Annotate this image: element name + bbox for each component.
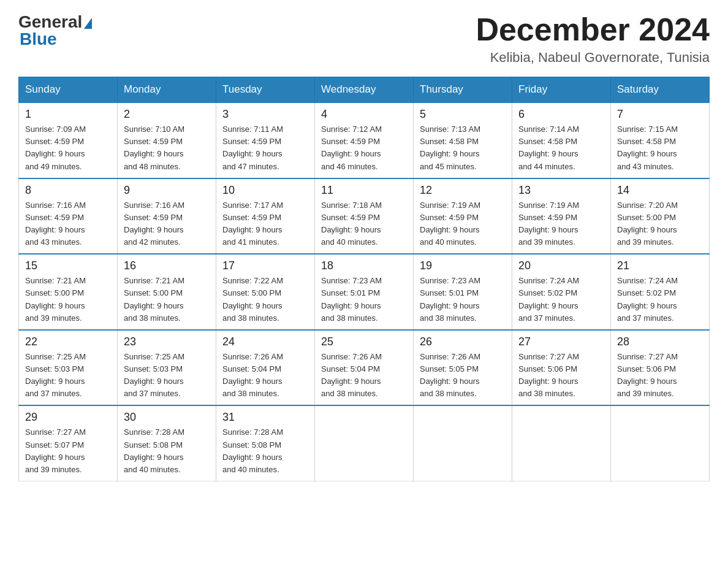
day-number: 9 xyxy=(124,184,210,197)
calendar-day-cell: 21 Sunrise: 7:24 AM Sunset: 5:02 PM Dayl… xyxy=(611,254,710,330)
calendar-header-row: SundayMondayTuesdayWednesdayThursdayFrid… xyxy=(19,77,710,103)
calendar-day-cell: 23 Sunrise: 7:25 AM Sunset: 5:03 PM Dayl… xyxy=(118,330,216,406)
day-number: 21 xyxy=(617,259,703,272)
calendar-day-cell: 31 Sunrise: 7:28 AM Sunset: 5:08 PM Dayl… xyxy=(216,405,315,481)
day-number: 13 xyxy=(518,184,604,197)
day-of-week-header: Saturday xyxy=(611,77,710,103)
day-number: 26 xyxy=(420,335,506,348)
day-number: 22 xyxy=(25,335,111,348)
title-section: December 2024 Kelibia, Nabeul Governorat… xyxy=(476,12,710,66)
day-info: Sunrise: 7:26 AM Sunset: 5:04 PM Dayligh… xyxy=(321,351,407,400)
day-info: Sunrise: 7:27 AM Sunset: 5:06 PM Dayligh… xyxy=(518,351,604,400)
day-number: 15 xyxy=(25,259,111,272)
calendar-day-cell: 15 Sunrise: 7:21 AM Sunset: 5:00 PM Dayl… xyxy=(19,254,118,330)
day-number: 17 xyxy=(222,259,308,272)
day-info: Sunrise: 7:21 AM Sunset: 5:00 PM Dayligh… xyxy=(124,275,210,324)
calendar-day-cell: 9 Sunrise: 7:16 AM Sunset: 4:59 PM Dayli… xyxy=(118,178,216,255)
day-info: Sunrise: 7:09 AM Sunset: 4:59 PM Dayligh… xyxy=(25,123,111,173)
logo-blue-text: Blue xyxy=(20,29,57,49)
calendar-day-cell: 24 Sunrise: 7:26 AM Sunset: 5:04 PM Dayl… xyxy=(216,330,315,406)
day-info: Sunrise: 7:19 AM Sunset: 4:59 PM Dayligh… xyxy=(420,199,506,249)
day-info: Sunrise: 7:23 AM Sunset: 5:01 PM Dayligh… xyxy=(420,275,506,324)
calendar-day-cell xyxy=(611,405,710,481)
calendar-day-cell: 19 Sunrise: 7:23 AM Sunset: 5:01 PM Dayl… xyxy=(414,254,512,330)
day-info: Sunrise: 7:23 AM Sunset: 5:01 PM Dayligh… xyxy=(321,275,407,324)
calendar-day-cell: 4 Sunrise: 7:12 AM Sunset: 4:59 PM Dayli… xyxy=(315,102,414,178)
day-number: 4 xyxy=(321,108,407,121)
calendar-day-cell: 11 Sunrise: 7:18 AM Sunset: 4:59 PM Dayl… xyxy=(315,178,414,255)
day-number: 1 xyxy=(25,108,111,121)
calendar-day-cell: 10 Sunrise: 7:17 AM Sunset: 4:59 PM Dayl… xyxy=(216,178,315,255)
day-number: 28 xyxy=(617,335,703,348)
day-number: 25 xyxy=(321,335,407,348)
day-info: Sunrise: 7:26 AM Sunset: 5:04 PM Dayligh… xyxy=(222,351,308,400)
calendar-day-cell: 8 Sunrise: 7:16 AM Sunset: 4:59 PM Dayli… xyxy=(19,178,118,255)
day-number: 30 xyxy=(124,411,210,424)
calendar-day-cell xyxy=(512,405,611,481)
day-info: Sunrise: 7:24 AM Sunset: 5:02 PM Dayligh… xyxy=(518,275,604,324)
location-subtitle: Kelibia, Nabeul Governorate, Tunisia xyxy=(476,50,710,66)
day-number: 23 xyxy=(124,335,210,348)
day-number: 29 xyxy=(25,411,111,424)
day-number: 2 xyxy=(124,108,210,121)
calendar-day-cell: 30 Sunrise: 7:28 AM Sunset: 5:08 PM Dayl… xyxy=(118,405,216,481)
calendar-day-cell xyxy=(315,405,414,481)
day-number: 12 xyxy=(420,184,506,197)
day-info: Sunrise: 7:18 AM Sunset: 4:59 PM Dayligh… xyxy=(321,199,407,249)
calendar-day-cell: 3 Sunrise: 7:11 AM Sunset: 4:59 PM Dayli… xyxy=(216,102,315,178)
calendar-day-cell: 26 Sunrise: 7:26 AM Sunset: 5:05 PM Dayl… xyxy=(414,330,512,406)
day-info: Sunrise: 7:25 AM Sunset: 5:03 PM Dayligh… xyxy=(124,351,210,400)
calendar-day-cell: 25 Sunrise: 7:26 AM Sunset: 5:04 PM Dayl… xyxy=(315,330,414,406)
calendar-week-row: 1 Sunrise: 7:09 AM Sunset: 4:59 PM Dayli… xyxy=(19,102,710,178)
calendar-day-cell: 2 Sunrise: 7:10 AM Sunset: 4:59 PM Dayli… xyxy=(118,102,216,178)
day-info: Sunrise: 7:22 AM Sunset: 5:00 PM Dayligh… xyxy=(222,275,308,324)
day-info: Sunrise: 7:28 AM Sunset: 5:08 PM Dayligh… xyxy=(124,426,210,476)
day-of-week-header: Sunday xyxy=(19,77,118,103)
day-number: 10 xyxy=(222,184,308,197)
day-info: Sunrise: 7:19 AM Sunset: 4:59 PM Dayligh… xyxy=(518,199,604,249)
day-info: Sunrise: 7:12 AM Sunset: 4:59 PM Dayligh… xyxy=(321,123,407,173)
calendar-day-cell: 29 Sunrise: 7:27 AM Sunset: 5:07 PM Dayl… xyxy=(19,405,118,481)
calendar-week-row: 8 Sunrise: 7:16 AM Sunset: 4:59 PM Dayli… xyxy=(19,178,710,255)
day-info: Sunrise: 7:15 AM Sunset: 4:58 PM Dayligh… xyxy=(617,123,703,173)
day-info: Sunrise: 7:17 AM Sunset: 4:59 PM Dayligh… xyxy=(222,199,308,249)
day-info: Sunrise: 7:25 AM Sunset: 5:03 PM Dayligh… xyxy=(25,351,111,400)
calendar-day-cell: 17 Sunrise: 7:22 AM Sunset: 5:00 PM Dayl… xyxy=(216,254,315,330)
day-number: 16 xyxy=(124,259,210,272)
calendar-day-cell: 16 Sunrise: 7:21 AM Sunset: 5:00 PM Dayl… xyxy=(118,254,216,330)
day-info: Sunrise: 7:13 AM Sunset: 4:58 PM Dayligh… xyxy=(420,123,506,173)
logo: General Blue xyxy=(18,12,92,49)
calendar-day-cell: 18 Sunrise: 7:23 AM Sunset: 5:01 PM Dayl… xyxy=(315,254,414,330)
calendar-day-cell: 28 Sunrise: 7:27 AM Sunset: 5:06 PM Dayl… xyxy=(611,330,710,406)
day-number: 19 xyxy=(420,259,506,272)
day-number: 7 xyxy=(617,108,703,121)
day-info: Sunrise: 7:11 AM Sunset: 4:59 PM Dayligh… xyxy=(222,123,308,173)
calendar-day-cell: 7 Sunrise: 7:15 AM Sunset: 4:58 PM Dayli… xyxy=(611,102,710,178)
day-info: Sunrise: 7:16 AM Sunset: 4:59 PM Dayligh… xyxy=(25,199,111,249)
day-number: 3 xyxy=(222,108,308,121)
calendar-day-cell: 13 Sunrise: 7:19 AM Sunset: 4:59 PM Dayl… xyxy=(512,178,611,255)
month-title: December 2024 xyxy=(476,12,710,47)
day-number: 20 xyxy=(518,259,604,272)
page-header: General Blue December 2024 Kelibia, Nabe… xyxy=(18,12,710,66)
day-number: 11 xyxy=(321,184,407,197)
day-of-week-header: Friday xyxy=(512,77,611,103)
day-info: Sunrise: 7:28 AM Sunset: 5:08 PM Dayligh… xyxy=(222,426,308,476)
day-info: Sunrise: 7:21 AM Sunset: 5:00 PM Dayligh… xyxy=(25,275,111,324)
calendar-day-cell: 6 Sunrise: 7:14 AM Sunset: 4:58 PM Dayli… xyxy=(512,102,611,178)
day-of-week-header: Thursday xyxy=(414,77,512,103)
day-number: 5 xyxy=(420,108,506,121)
day-of-week-header: Monday xyxy=(118,77,216,103)
day-info: Sunrise: 7:24 AM Sunset: 5:02 PM Dayligh… xyxy=(617,275,703,324)
calendar-day-cell: 20 Sunrise: 7:24 AM Sunset: 5:02 PM Dayl… xyxy=(512,254,611,330)
day-number: 18 xyxy=(321,259,407,272)
day-number: 31 xyxy=(222,411,308,424)
day-info: Sunrise: 7:14 AM Sunset: 4:58 PM Dayligh… xyxy=(518,123,604,173)
calendar-day-cell: 14 Sunrise: 7:20 AM Sunset: 5:00 PM Dayl… xyxy=(611,178,710,255)
calendar-day-cell: 5 Sunrise: 7:13 AM Sunset: 4:58 PM Dayli… xyxy=(414,102,512,178)
calendar-day-cell: 27 Sunrise: 7:27 AM Sunset: 5:06 PM Dayl… xyxy=(512,330,611,406)
day-number: 8 xyxy=(25,184,111,197)
day-of-week-header: Wednesday xyxy=(315,77,414,103)
day-number: 6 xyxy=(518,108,604,121)
calendar-week-row: 22 Sunrise: 7:25 AM Sunset: 5:03 PM Dayl… xyxy=(19,330,710,406)
